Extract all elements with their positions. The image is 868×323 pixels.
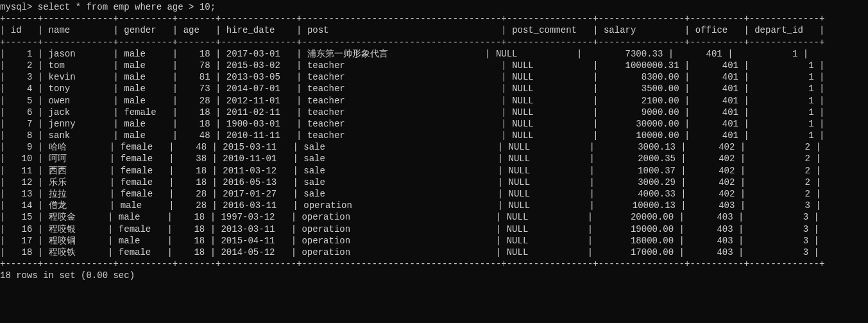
table-row: | 11 | 西西 | female | 18 | 2011-03-12 | s… [0, 165, 868, 177]
query-line[interactable]: mysql> select * from emp where age > 10; [0, 1, 868, 13]
table-border-bottom: +------+-------------+----------+-------… [0, 258, 868, 270]
table-row: | 12 | 乐乐 | female | 18 | 2016-05-13 | s… [0, 177, 868, 188]
table-row: | 2 | tom | male | 78 | 2015-03-02 | tea… [0, 60, 868, 71]
table-header-row: | id | name | gender | age | hire_date |… [0, 24, 868, 36]
mysql-terminal[interactable]: mysql> select * from emp where age > 10;… [0, 0, 868, 282]
table-row: | 5 | owen | male | 28 | 2012-11-01 | te… [0, 95, 868, 107]
table-row: | 17 | 程咬铜 | male | 18 | 2015-04-11 | op… [0, 235, 868, 247]
mysql-prompt: mysql> [0, 2, 32, 12]
table-row: | 18 | 程咬铁 | female | 18 | 2014-05-12 | … [0, 247, 868, 258]
table-row: | 4 | tony | male | 73 | 2014-07-01 | te… [0, 83, 868, 94]
table-row: | 6 | jack | female | 18 | 2011-02-11 | … [0, 107, 868, 118]
table-border-top: +------+-------------+----------+-------… [0, 13, 868, 24]
table-row: | 13 | 拉拉 | female | 28 | 2017-01-27 | s… [0, 188, 868, 200]
table-row: | 1 | jason | male | 18 | 2017-03-01 | 浦… [0, 48, 868, 60]
table-row: | 7 | jenny | male | 18 | 1900-03-01 | t… [0, 118, 868, 130]
table-row: | 3 | kevin | male | 81 | 2013-03-05 | t… [0, 71, 868, 83]
table-row: | 14 | 僧龙 | male | 28 | 2016-03-11 | ope… [0, 200, 868, 211]
status-line: 18 rows in set (0.00 sec) [0, 270, 868, 281]
sql-query: select * from emp where age > 10; [38, 2, 216, 12]
table-row: | 10 | 呵呵 | female | 38 | 2010-11-01 | s… [0, 153, 868, 164]
table-row: | 8 | sank | male | 48 | 2010-11-11 | te… [0, 130, 868, 141]
table-border-mid: +------+-------------+----------+-------… [0, 37, 868, 48]
table-row: | 15 | 程咬金 | male | 18 | 1997-03-12 | op… [0, 211, 868, 223]
table-row: | 9 | 哈哈 | female | 48 | 2015-03-11 | sa… [0, 141, 868, 153]
table-row: | 16 | 程咬银 | female | 18 | 2013-03-11 | … [0, 223, 868, 235]
